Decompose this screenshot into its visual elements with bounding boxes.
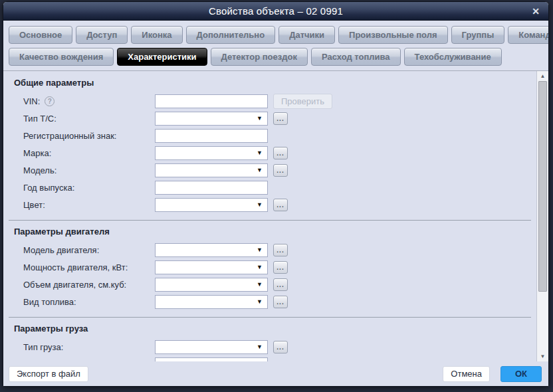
- close-icon[interactable]: ✕: [530, 5, 542, 17]
- chevron-down-icon: ▼: [257, 344, 263, 350]
- scroll-down-icon[interactable]: ▼: [537, 351, 548, 361]
- engine-power-label: Мощность двигателя, кВт:: [14, 262, 155, 272]
- chevron-down-icon: ▼: [257, 264, 263, 270]
- row-cargo-type: Тип груза: ▼ ...: [14, 338, 531, 355]
- engine-model-combo[interactable]: ▼: [155, 243, 268, 257]
- chevron-down-icon: ▼: [257, 167, 263, 173]
- row-color: Цвет: ▼ ...: [14, 196, 531, 213]
- properties-dialog: Свойства объекта – 02 0991 ✕ Основное До…: [3, 1, 549, 387]
- row-brand: Марка: ▼ ...: [14, 144, 531, 161]
- tab-row-1: Основное Доступ Иконка Дополнительно Дат…: [9, 26, 544, 44]
- vin-label: VIN: ?: [14, 96, 155, 106]
- row-year: Год выпуска:: [14, 179, 531, 196]
- tabs-area: Основное Доступ Иконка Дополнительно Дат…: [3, 21, 548, 70]
- scrollbar-thumb[interactable]: [538, 81, 547, 292]
- model-label: Модель:: [14, 165, 155, 175]
- fuel-type-dots-button[interactable]: ...: [273, 296, 288, 308]
- engine-power-dots-button[interactable]: ...: [273, 261, 288, 274]
- section-divider: [9, 317, 531, 318]
- chevron-down-icon: ▼: [257, 202, 263, 208]
- engine-model-dots-button[interactable]: ...: [273, 244, 288, 256]
- engine-volume-combo[interactable]: ▼: [155, 278, 268, 292]
- tab-fuel-consumption[interactable]: Расход топлива: [311, 48, 401, 66]
- tab-trip-detector[interactable]: Детектор поездок: [211, 48, 308, 66]
- color-combo[interactable]: ▼: [155, 198, 268, 212]
- engine-power-combo[interactable]: ▼: [155, 260, 268, 274]
- tab-access[interactable]: Доступ: [76, 26, 128, 44]
- dialog-title: Свойства объекта – 02 0991: [209, 5, 343, 17]
- reg-plate-label: Регистрационный знак:: [14, 131, 155, 141]
- tab-maintenance[interactable]: Техобслуживание: [404, 48, 502, 66]
- fuel-type-label: Вид топлива:: [14, 297, 155, 307]
- scroll-up-icon[interactable]: ▲: [537, 71, 548, 81]
- export-button[interactable]: Экспорт в файл: [9, 366, 88, 382]
- vehicle-type-label: Тип Т/С:: [14, 114, 155, 124]
- section-divider: [9, 220, 531, 221]
- engine-volume-dots-button[interactable]: ...: [273, 278, 288, 291]
- tab-advanced[interactable]: Дополнительно: [186, 26, 276, 44]
- content-area: Общие параметры VIN: ? Проверить Тип Т/С…: [3, 70, 548, 361]
- cargo-type-label: Тип груза:: [14, 342, 155, 352]
- row-engine-power: Мощность двигателя, кВт: ▼ ...: [14, 258, 531, 276]
- row-carrying-capacity: Грузоподъемность, т:: [14, 355, 531, 361]
- vehicle-type-combo[interactable]: ▼: [155, 112, 268, 126]
- color-dots-button[interactable]: ...: [273, 199, 288, 211]
- row-fuel-type: Вид топлива: ▼ ...: [14, 293, 531, 310]
- chevron-down-icon: ▼: [257, 282, 263, 288]
- chevron-down-icon: ▼: [257, 299, 263, 305]
- section-title-engine: Параметры двигателя: [14, 227, 531, 237]
- vertical-scrollbar[interactable]: ▲ ▼: [536, 71, 548, 361]
- scrollbar-track[interactable]: [537, 81, 548, 351]
- chevron-down-icon: ▼: [257, 150, 263, 156]
- row-model: Модель: ▼ ...: [14, 161, 531, 179]
- tab-characteristics[interactable]: Характеристики: [117, 48, 207, 66]
- footer: Экспорт в файл Отмена ОК: [3, 361, 548, 386]
- cargo-type-dots-button[interactable]: ...: [273, 341, 288, 353]
- vin-input[interactable]: [155, 94, 268, 108]
- section-title-cargo: Параметры груза: [14, 324, 531, 334]
- chevron-down-icon: ▼: [257, 247, 263, 253]
- color-label: Цвет:: [14, 200, 155, 210]
- tab-groups[interactable]: Группы: [451, 26, 505, 44]
- ok-button[interactable]: ОК: [500, 366, 542, 382]
- fuel-type-combo[interactable]: ▼: [155, 295, 268, 309]
- reg-plate-input[interactable]: [155, 129, 268, 143]
- section-title-general: Общие параметры: [14, 78, 531, 88]
- help-icon[interactable]: ?: [45, 96, 55, 106]
- tab-sensors[interactable]: Датчики: [278, 26, 335, 44]
- chevron-down-icon: ▼: [257, 116, 263, 122]
- brand-combo[interactable]: ▼: [155, 146, 268, 160]
- row-reg-plate: Регистрационный знак:: [14, 127, 531, 144]
- tab-icon[interactable]: Иконка: [131, 26, 182, 44]
- titlebar: Свойства объекта – 02 0991 ✕: [3, 2, 548, 21]
- year-label: Год выпуска:: [14, 183, 155, 193]
- engine-model-label: Модель двигателя:: [14, 245, 155, 255]
- cancel-button[interactable]: Отмена: [443, 366, 490, 382]
- tab-row-2: Качество вождения Характеристики Детекто…: [9, 48, 544, 66]
- tab-driving-quality[interactable]: Качество вождения: [9, 48, 114, 66]
- model-combo[interactable]: ▼: [155, 163, 268, 177]
- brand-label: Марка:: [14, 148, 155, 158]
- form: Общие параметры VIN: ? Проверить Тип Т/С…: [3, 71, 536, 361]
- engine-volume-label: Объем двигателя, см.куб:: [14, 280, 155, 290]
- row-engine-model: Модель двигателя: ▼ ...: [14, 241, 531, 258]
- tab-main[interactable]: Основное: [9, 26, 72, 44]
- row-vin: VIN: ? Проверить: [14, 92, 531, 110]
- tab-commands[interactable]: Команды: [508, 26, 549, 44]
- row-vehicle-type: Тип Т/С: ▼ ...: [14, 110, 531, 127]
- cargo-type-combo[interactable]: ▼: [155, 340, 268, 354]
- row-engine-volume: Объем двигателя, см.куб: ▼ ...: [14, 276, 531, 293]
- tab-custom-fields[interactable]: Произвольные поля: [338, 26, 447, 44]
- vehicle-type-dots-button[interactable]: ...: [273, 112, 288, 125]
- year-input[interactable]: [155, 181, 268, 195]
- brand-dots-button[interactable]: ...: [273, 147, 288, 159]
- model-dots-button[interactable]: ...: [273, 164, 288, 177]
- vin-check-button[interactable]: Проверить: [273, 94, 332, 109]
